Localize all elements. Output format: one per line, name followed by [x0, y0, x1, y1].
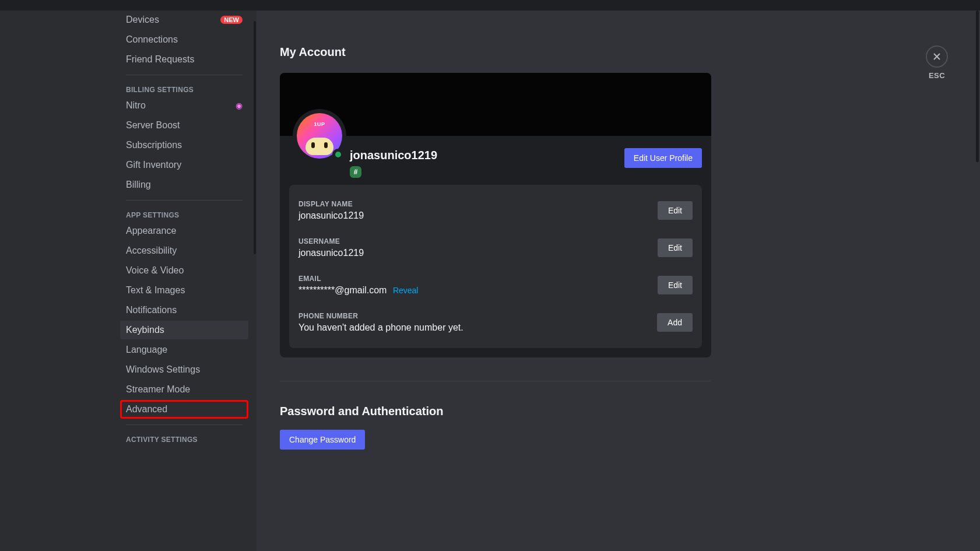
- status-online-icon: [332, 149, 344, 160]
- field-display-name: DISPLAY NAME jonasunico1219 Edit: [298, 194, 693, 227]
- main-scrollbar-track: [975, 10, 980, 551]
- field-username: USERNAME jonasunico1219 Edit: [298, 231, 693, 264]
- sidebar-item-keybinds[interactable]: Keybinds: [120, 321, 248, 339]
- field-value: You haven't added a phone number yet.: [298, 322, 463, 333]
- sidebar-item-label: Devices: [126, 15, 159, 25]
- sidebar-item-text-images[interactable]: Text & Images: [120, 281, 248, 300]
- sidebar-item-label: Appearance: [126, 226, 176, 236]
- sidebar-item-gift-inventory[interactable]: Gift Inventory: [120, 156, 248, 174]
- sidebar-item-advanced[interactable]: Advanced: [120, 400, 248, 419]
- edit-email-button[interactable]: Edit: [658, 276, 693, 294]
- field-email: EMAIL **********@gmail.com Reveal Edit: [298, 269, 693, 301]
- main-scrollbar-thumb[interactable]: [976, 10, 979, 162]
- sidebar-item-label: Subscriptions: [126, 140, 182, 150]
- avatar-wrap[interactable]: 1UP: [293, 109, 346, 163]
- avatar-text: 1UP: [314, 121, 325, 127]
- close-icon: [932, 52, 942, 61]
- field-label: PHONE NUMBER: [298, 312, 463, 320]
- new-badge: NEW: [220, 16, 243, 24]
- field-value: **********@gmail.com Reveal: [298, 285, 418, 296]
- sidebar-item-voice-video[interactable]: Voice & Video: [120, 261, 248, 280]
- separator: [126, 75, 243, 75]
- sidebar-item-label: Advanced: [126, 404, 167, 415]
- sidebar-item-accessibility[interactable]: Accessibility: [120, 241, 248, 260]
- reveal-email-link[interactable]: Reveal: [393, 286, 419, 295]
- sidebar-item-label: Text & Images: [126, 285, 185, 296]
- email-value: **********@gmail.com: [298, 285, 387, 295]
- sidebar-item-label: Connections: [126, 34, 178, 45]
- page-title: My Account: [280, 45, 711, 59]
- sidebar-item-label: Nitro: [126, 100, 146, 111]
- sidebar-item-label: Streamer Mode: [126, 384, 190, 395]
- section-divider: [280, 381, 711, 381]
- edit-user-profile-button[interactable]: Edit User Profile: [624, 148, 702, 168]
- sidebar-item-appearance[interactable]: Appearance: [120, 222, 248, 240]
- content-container: My Account 1UP # jonasunico1219: [280, 45, 711, 450]
- separator: [126, 200, 243, 201]
- nitro-icon: ◉: [236, 101, 243, 110]
- hash-badge-icon: #: [350, 166, 361, 178]
- sidebar-item-label: Server Boost: [126, 120, 180, 131]
- field-label: USERNAME: [298, 237, 364, 245]
- avatar-face: [305, 138, 333, 155]
- sidebar-item-label: Windows Settings: [126, 364, 200, 375]
- settings-layout: Devices NEW Connections Friend Requests …: [0, 10, 980, 551]
- sidebar-item-friend-requests[interactable]: Friend Requests: [120, 50, 248, 69]
- edit-username-button[interactable]: Edit: [658, 238, 693, 257]
- sidebar-item-subscriptions[interactable]: Subscriptions: [120, 136, 248, 155]
- account-details-card: DISPLAY NAME jonasunico1219 Edit USERNAM…: [289, 185, 702, 348]
- activity-settings-header: ACTIVITY SETTINGS: [120, 431, 248, 446]
- sidebar-scrollbar-thumb[interactable]: [254, 21, 256, 254]
- username-display: jonasunico1219: [350, 149, 437, 162]
- close-button[interactable]: [926, 45, 948, 68]
- field-value: jonasunico1219: [298, 210, 364, 221]
- separator: [126, 424, 243, 425]
- sidebar-item-label: Accessibility: [126, 245, 177, 256]
- sidebar-item-connections[interactable]: Connections: [120, 30, 248, 49]
- edit-display-name-button[interactable]: Edit: [658, 201, 693, 220]
- close-wrap: ESC: [926, 45, 948, 80]
- main-content: My Account 1UP # jonasunico1219: [257, 10, 980, 551]
- field-phone: PHONE NUMBER You haven't added a phone n…: [298, 306, 693, 339]
- profile-header: 1UP # jonasunico1219 Edit User Profile: [280, 136, 711, 180]
- field-value: jonasunico1219: [298, 248, 364, 258]
- sidebar-item-billing[interactable]: Billing: [120, 176, 248, 194]
- billing-settings-header: BILLING SETTINGS: [120, 81, 248, 96]
- sidebar-item-windows-settings[interactable]: Windows Settings: [120, 360, 248, 379]
- sidebar: Devices NEW Connections Friend Requests …: [120, 10, 248, 551]
- title-bar: [0, 0, 980, 10]
- account-card: 1UP # jonasunico1219 Edit User Profile: [280, 73, 711, 357]
- field-label: DISPLAY NAME: [298, 200, 364, 208]
- app-settings-header: APP SETTINGS: [120, 206, 248, 222]
- sidebar-item-label: Notifications: [126, 305, 177, 315]
- sidebar-item-language[interactable]: Language: [120, 341, 248, 359]
- sidebar-item-label: Billing: [126, 180, 151, 190]
- sidebar-item-notifications[interactable]: Notifications: [120, 301, 248, 320]
- sidebar-column: Devices NEW Connections Friend Requests …: [0, 10, 257, 551]
- change-password-button[interactable]: Change Password: [280, 430, 365, 450]
- sidebar-item-server-boost[interactable]: Server Boost: [120, 116, 248, 135]
- field-label: EMAIL: [298, 275, 418, 283]
- sidebar-item-label: Language: [126, 345, 167, 355]
- sidebar-item-streamer-mode[interactable]: Streamer Mode: [120, 380, 248, 399]
- sidebar-item-label: Friend Requests: [126, 54, 194, 65]
- add-phone-button[interactable]: Add: [657, 313, 693, 332]
- close-label: ESC: [926, 71, 948, 80]
- password-section-title: Password and Authentication: [280, 405, 711, 418]
- sidebar-item-label: Keybinds: [126, 325, 164, 335]
- sidebar-item-label: Voice & Video: [126, 265, 184, 276]
- sidebar-item-devices[interactable]: Devices NEW: [120, 10, 248, 29]
- sidebar-item-label: Gift Inventory: [126, 160, 181, 170]
- sidebar-item-nitro[interactable]: Nitro ◉: [120, 96, 248, 115]
